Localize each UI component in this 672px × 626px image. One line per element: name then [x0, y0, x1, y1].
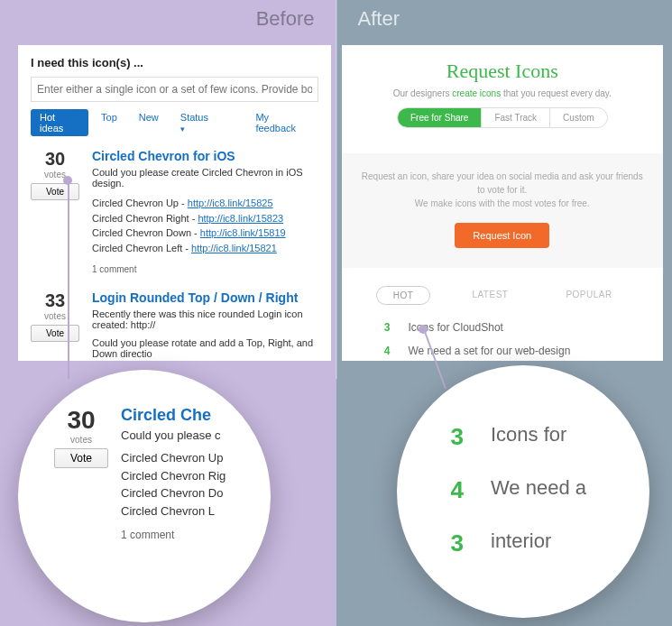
zoom-after: 3Icons for 4We need a 3interior — [397, 365, 649, 618]
zoom-line: Circled Chevron L — [121, 502, 253, 520]
filter-tabs: Hot ideas Top New Status My feedback — [31, 109, 318, 136]
split-divider — [336, 0, 336, 379]
idea-title[interactable]: Circled Chevron for iOS — [92, 149, 318, 163]
zoom-line: Circled Chevron Do — [121, 484, 253, 502]
chevron-link[interactable]: http://ic8.link/15825 — [188, 198, 273, 208]
seg-fast-track[interactable]: Fast Track — [481, 108, 549, 127]
pill-latest[interactable]: LATEST — [456, 286, 524, 305]
tab-my-feedback[interactable]: My feedback — [246, 109, 318, 136]
item-count: 4 — [378, 345, 391, 357]
zoom-vote-count: 30 — [54, 406, 108, 435]
info-block: Request an icon, share your idea on soci… — [342, 153, 664, 268]
after-label: After — [358, 7, 400, 31]
vote-label: votes — [31, 311, 79, 321]
zoom-desc: Could you please c — [121, 428, 253, 442]
zoom-comment-count[interactable]: 1 comment — [121, 529, 253, 541]
link-line: Circled Chevron Right - http://ic8.link/… — [92, 211, 318, 226]
sort-pills: HOT LATEST POPULAR — [342, 286, 664, 305]
before-heading: I need this icon(s) ... — [31, 56, 318, 69]
list-item[interactable]: 3Icons for CloudShot — [378, 316, 628, 339]
chevron-link[interactable]: http://ic8.link/15819 — [200, 227, 286, 238]
zoom-list-item[interactable]: 3interior — [442, 517, 649, 570]
idea-desc: Recently there was this nice rounded Log… — [92, 308, 318, 330]
after-title: Request Icons — [342, 60, 664, 83]
pointer-line — [68, 180, 69, 379]
idea-desc2: Could you please rotate and add a Top, R… — [92, 337, 318, 359]
idea-item: 30 votes Vote Circled Chevron for iOS Co… — [31, 149, 318, 274]
tab-status[interactable]: Status — [171, 109, 223, 136]
zoom-vote-label: votes — [54, 435, 108, 445]
vote-button[interactable]: Vote — [31, 325, 79, 342]
list-item[interactable]: 4We need a set for our web-design — [378, 339, 628, 361]
info-text-1: Request an icon, share your idea on soci… — [360, 170, 646, 197]
segment-control: Free for Share Fast Track Custom — [397, 107, 608, 128]
request-list: 3Icons for CloudShot 4We need a set for … — [342, 316, 664, 361]
zoom-line: Circled Chevron Rig — [121, 467, 253, 485]
chevron-link[interactable]: http://ic8.link/15823 — [198, 213, 283, 224]
tab-new[interactable]: New — [130, 109, 168, 136]
link-line: Circled Chevron Down - http://ic8.link/1… — [92, 226, 318, 241]
info-text-2: We make icons with the most votes for fr… — [360, 197, 646, 210]
zoom-idea-title[interactable]: Circled Che — [121, 406, 253, 425]
zoom-line: Circled Chevron Up — [121, 449, 253, 467]
chevron-link[interactable]: http://ic8.link/15821 — [191, 243, 277, 253]
pill-popular[interactable]: POPULAR — [549, 286, 628, 305]
tab-top[interactable]: Top — [92, 109, 126, 136]
vote-count: 30 — [31, 149, 79, 170]
seg-free[interactable]: Free for Share — [398, 108, 481, 127]
pill-hot[interactable]: HOT — [376, 286, 431, 305]
link-line: Circled Chevron Left - http://ic8.link/1… — [92, 241, 318, 256]
request-icon-button[interactable]: Request Icon — [455, 223, 549, 248]
idea-title[interactable]: Login Rounded Top / Down / Right — [92, 290, 318, 305]
vote-label: votes — [31, 170, 79, 180]
zoom-before: 30 votes Vote Circled Che Could you plea… — [18, 370, 271, 622]
create-icons-link[interactable]: create icons — [452, 88, 501, 98]
zoom-list-item[interactable]: 3Icons for — [442, 410, 649, 464]
link-line: Circled Chevron Up - http://ic8.link/158… — [92, 196, 318, 211]
item-count: 3 — [378, 321, 391, 334]
icon-search-input[interactable] — [31, 77, 318, 102]
zoom-vote-button[interactable]: Vote — [54, 448, 108, 468]
idea-desc: Could you please create Circled Chevron … — [92, 167, 318, 189]
after-panel: Request Icons Our designers create icons… — [342, 45, 664, 361]
idea-item: 33 votes Vote Login Rounded Top / Down /… — [31, 290, 318, 361]
vote-count: 33 — [31, 290, 79, 311]
before-panel: I need this icon(s) ... Hot ideas Top Ne… — [18, 45, 331, 361]
tab-hot-ideas[interactable]: Hot ideas — [31, 109, 88, 136]
vote-box: 33 votes Vote — [31, 290, 79, 361]
seg-custom[interactable]: Custom — [549, 108, 606, 127]
comment-count[interactable]: 1 comment — [92, 264, 318, 274]
pointer-dot — [419, 325, 428, 334]
zoom-list-item[interactable]: 4We need a — [442, 464, 649, 517]
pointer-dot — [63, 176, 72, 185]
after-subtitle: Our designers create icons that you requ… — [342, 88, 664, 98]
vote-button[interactable]: Vote — [31, 183, 79, 200]
vote-box: 30 votes Vote — [31, 149, 79, 274]
before-label: Before — [256, 7, 315, 31]
